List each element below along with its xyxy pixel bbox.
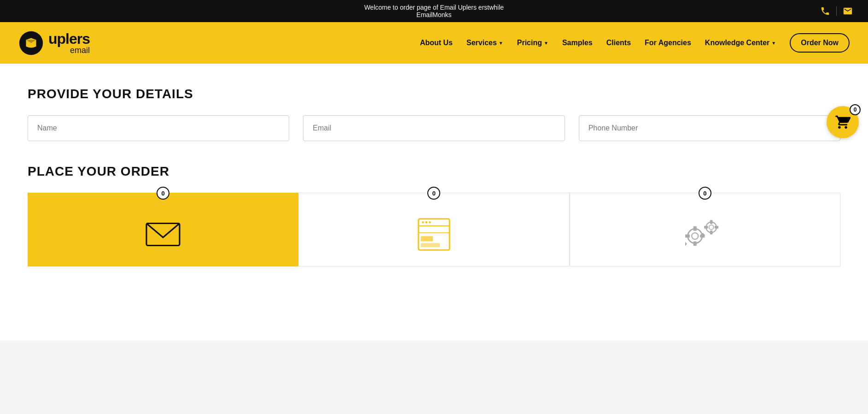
provide-details-title: PROVIDE YOUR DETAILS [28,87,840,101]
email-icon[interactable] [841,5,854,18]
order-cards: 0 0 [28,193,840,266]
nav-item-clients[interactable]: Clients [606,39,631,47]
order-card-email[interactable]: 0 [28,193,298,266]
order-cards-wrapper: 0 0 [28,193,840,266]
email-input[interactable] [303,115,565,141]
cart-count-badge: 0 [850,104,861,115]
nav-item-pricing[interactable]: Pricing ▼ [517,39,548,47]
svg-rect-22 [710,231,713,235]
svg-point-12 [692,232,698,239]
svg-rect-24 [704,226,708,229]
cart-container: 0 [827,106,859,138]
nav-item-knowledge-center[interactable]: Knowledge Center ▼ [705,39,776,47]
template-card-badge: 0 [427,187,440,200]
nav-item-about[interactable]: About Us [420,39,453,47]
template-icon [417,217,451,252]
name-input[interactable] [28,115,289,141]
svg-rect-23 [715,226,719,229]
template-card-icon-area [408,199,460,261]
svg-rect-21 [710,220,713,224]
automation-card-badge: 0 [699,187,711,200]
svg-point-8 [422,221,424,224]
svg-point-20 [709,225,714,229]
place-order-title: PLACE YOUR ORDER [28,164,840,179]
header: uplers email About Us Services ▼ Pricing… [0,22,868,64]
phone-input[interactable] [579,115,840,141]
knowledge-center-chevron: ▼ [771,41,776,46]
logo-text: uplers email [48,31,90,54]
order-card-template[interactable]: 0 [298,193,569,266]
email-card-badge: 0 [157,187,169,200]
order-card-automation[interactable]: 0 [570,193,840,266]
main-content: PROVIDE YOUR DETAILS PLACE YOUR ORDER 0 [0,64,868,340]
banner-divider [836,6,837,16]
order-now-button[interactable]: Order Now [790,33,850,53]
nav-item-for-agencies[interactable]: For Agencies [645,39,691,47]
logo-icon [18,30,44,56]
svg-rect-7 [421,243,440,247]
nav-item-services[interactable]: Services ▼ [466,39,503,47]
nav-item-samples[interactable]: Samples [562,39,593,47]
cart-button[interactable]: 0 [827,106,859,138]
svg-rect-6 [421,236,433,241]
svg-rect-16 [685,234,690,237]
top-banner: Welcome to order page of Email Uplers er… [0,0,868,22]
email-card-icon-area [135,201,191,259]
envelope-icon [145,219,181,249]
services-chevron: ▼ [499,41,503,46]
banner-text: Welcome to order page of Email Uplers er… [364,4,504,18]
automation-card-icon-area [676,199,734,261]
main-nav: About Us Services ▼ Pricing ▼ Samples Cl… [420,33,850,53]
gears-icon [685,217,724,252]
banner-icons [819,5,854,18]
svg-rect-18 [685,241,687,246]
cart-icon [835,114,851,130]
pricing-chevron: ▼ [544,41,548,46]
svg-rect-13 [693,226,697,231]
svg-rect-14 [693,241,697,246]
details-form [28,115,840,141]
logo[interactable]: uplers email [18,30,90,56]
phone-icon[interactable] [819,5,832,18]
svg-point-9 [425,221,428,224]
svg-point-10 [429,221,431,224]
